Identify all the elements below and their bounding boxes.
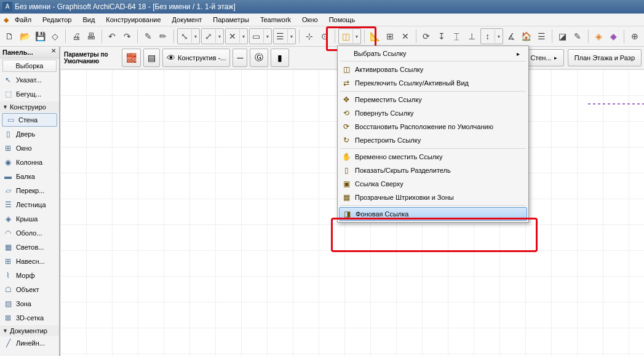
redo-icon[interactable]: ↷ bbox=[121, 28, 135, 44]
grid-icon[interactable]: ⊹ bbox=[303, 28, 317, 44]
eyedropper-icon[interactable]: ✎ bbox=[141, 28, 155, 44]
category-document[interactable]: ▼Документир bbox=[0, 325, 59, 336]
construction-method-button[interactable]: 👁Конструктив -... bbox=[162, 49, 230, 67]
reference-icon: ◫ bbox=[341, 65, 351, 74]
wall-layer-button[interactable]: 🧱 bbox=[122, 49, 141, 67]
app-icon: A bbox=[2, 2, 12, 12]
column-tool[interactable]: ◉Колонна bbox=[0, 156, 59, 170]
column-icon: ◉ bbox=[2, 157, 14, 167]
3d-icon[interactable]: ◈ bbox=[592, 28, 606, 44]
menu-move-reference[interactable]: ✥Переместить Ссылку bbox=[339, 93, 527, 106]
slab-tool[interactable]: ▱Перекр... bbox=[0, 184, 59, 198]
object-tool[interactable]: ☖Объект bbox=[0, 283, 59, 297]
open-file-icon[interactable]: 📂 bbox=[18, 28, 32, 44]
suspend-icon[interactable]: ⟳ bbox=[419, 28, 433, 44]
undo-icon[interactable]: ↶ bbox=[105, 28, 119, 44]
ruler-icon[interactable]: ⊞ bbox=[383, 28, 397, 44]
split-4[interactable]: ▭▾ bbox=[249, 28, 272, 44]
menu-view[interactable]: Вид bbox=[78, 15, 100, 25]
last-icon[interactable]: ⊕ bbox=[627, 28, 642, 44]
panel-title: Панель... bbox=[2, 49, 33, 56]
default-params-label[interactable]: Параметры по Умолчанию bbox=[64, 51, 119, 65]
section-button[interactable]: ▮ bbox=[271, 49, 289, 67]
menu-temp-shift-reference[interactable]: ✋Временно сместить Ссылку bbox=[339, 150, 527, 164]
panel-header[interactable]: Панель... ✕ bbox=[0, 47, 59, 58]
menu-select-reference[interactable]: Выбрать Ссылку ▸ bbox=[339, 47, 527, 60]
layers-icon[interactable]: ☰ bbox=[535, 28, 549, 44]
window-tool[interactable]: ⊞Окно bbox=[0, 141, 59, 156]
menu-toggle-splitter[interactable]: ▯Показать/Скрыть Разделитель bbox=[339, 164, 527, 177]
menu-file[interactable]: Файл bbox=[10, 15, 36, 25]
menu-rebuild-reference[interactable]: ↻Перестроить Ссылку bbox=[339, 133, 527, 147]
wall-profile-button[interactable]: ▤ bbox=[143, 49, 160, 67]
menu-editor[interactable]: Редактор bbox=[38, 15, 76, 25]
gem-icon[interactable]: ◆ bbox=[606, 28, 621, 44]
beam-tool[interactable]: ▬Балка bbox=[0, 170, 59, 184]
edit-icon[interactable]: ✎ bbox=[571, 28, 585, 44]
rebuild-icon: ↻ bbox=[341, 135, 351, 145]
menu-params[interactable]: Параметры bbox=[208, 15, 254, 25]
menu-construct[interactable]: Конструирование bbox=[101, 15, 165, 25]
menu-activate-reference[interactable]: ◫Активировать Ссылку bbox=[339, 63, 527, 76]
curtainwall-icon: ⊞ bbox=[2, 256, 14, 266]
menu-reference-on-top[interactable]: ▣Ссылка Сверху bbox=[339, 177, 527, 191]
syringe-icon[interactable]: ✏ bbox=[156, 28, 170, 44]
skylight-icon: ▦ bbox=[2, 242, 14, 252]
floor-plan-button[interactable]: План Этажа и Разр bbox=[568, 49, 642, 66]
morph-tool[interactable]: ⌇Морф bbox=[0, 269, 59, 283]
tool-x-icon[interactable]: ✕ bbox=[399, 28, 413, 44]
wall-geo-button[interactable]: ─ bbox=[233, 49, 247, 67]
divider bbox=[335, 30, 335, 43]
house-icon[interactable]: 🏠 bbox=[520, 28, 534, 44]
menu-document[interactable]: Документ bbox=[167, 15, 207, 25]
print-icon[interactable]: 🖨 bbox=[69, 28, 83, 44]
split-6[interactable]: ↕▾ bbox=[480, 28, 503, 44]
menu-reset-reference[interactable]: ⟳Восстановить Расположение по Умолчанию bbox=[339, 120, 527, 133]
zone-tool[interactable]: ▤Зона bbox=[0, 297, 59, 311]
menu-background-reference[interactable]: ◨Фоновая Ссылка bbox=[339, 207, 527, 221]
trace-reference-button[interactable]: ◫▾ bbox=[338, 28, 361, 44]
close-icon[interactable]: ✕ bbox=[49, 47, 58, 56]
split-1[interactable]: ⤡▾ bbox=[177, 28, 200, 44]
measure-icon[interactable]: 📐 bbox=[368, 28, 382, 44]
menu-rotate-reference[interactable]: ⟲Повернуть Ссылку bbox=[339, 106, 527, 120]
shell-tool[interactable]: ◠Оболо... bbox=[0, 226, 59, 240]
roof-tool[interactable]: ◈Крыша bbox=[0, 212, 59, 226]
stair-tool[interactable]: ☰Лестница bbox=[0, 198, 59, 212]
opt-3-icon[interactable]: ⊥ bbox=[465, 28, 479, 44]
plot-icon[interactable]: 🖶 bbox=[84, 28, 98, 44]
door-tool[interactable]: ▯Дверь bbox=[0, 127, 59, 141]
menu-switch-reference[interactable]: ⇄Переключить Ссылку/Активный Вид bbox=[339, 76, 527, 90]
tool-icon-4[interactable]: ◇ bbox=[48, 28, 62, 44]
rotate-icon: ⟲ bbox=[341, 108, 351, 118]
save-icon[interactable]: 💾 bbox=[33, 28, 47, 44]
select-button[interactable]: Выборка bbox=[2, 60, 57, 72]
wall-tool[interactable]: ▭Стена bbox=[2, 113, 57, 127]
opt-2-icon[interactable]: ⌶ bbox=[450, 28, 464, 44]
line-tool[interactable]: ╱Линейн... bbox=[0, 336, 59, 350]
globe-button[interactable]: Ⓖ bbox=[250, 49, 268, 67]
marquee-tool[interactable]: ⬚Бегущ... bbox=[0, 87, 59, 101]
opt-1-icon[interactable]: ↧ bbox=[434, 28, 448, 44]
split-2[interactable]: ⤢▾ bbox=[201, 28, 224, 44]
curtainwall-tool[interactable]: ⊞Навесн... bbox=[0, 255, 59, 269]
menu-help[interactable]: Помощь bbox=[324, 15, 360, 25]
menu-teamwork[interactable]: Teamwork bbox=[255, 15, 296, 25]
ruler-marker bbox=[588, 100, 644, 108]
mesh-tool[interactable]: ⊠3D-сетка bbox=[0, 311, 59, 325]
category-construct[interactable]: ▼Конструиро bbox=[0, 101, 59, 113]
split-5[interactable]: ☰▾ bbox=[273, 28, 296, 44]
filter-icon[interactable]: ◪ bbox=[555, 28, 570, 44]
angle-icon[interactable]: ∡ bbox=[504, 28, 519, 44]
new-file-icon[interactable]: 🗋 bbox=[2, 28, 17, 44]
cursor-snap-icon[interactable]: ⊙ bbox=[317, 28, 332, 44]
separator bbox=[340, 205, 526, 206]
pointer-tool[interactable]: ↖Указат... bbox=[0, 73, 59, 87]
menu-window[interactable]: Окно bbox=[297, 15, 323, 25]
divider bbox=[65, 30, 66, 43]
skylight-tool[interactable]: ▦Светов... bbox=[0, 240, 59, 255]
doc-icon: ◆ bbox=[4, 16, 9, 24]
menu-transparent-fills[interactable]: ▦Прозрачные Штриховки и Зоны bbox=[339, 191, 527, 204]
globe-icon: Ⓖ bbox=[255, 52, 263, 63]
split-3[interactable]: ✕▾ bbox=[225, 28, 248, 44]
